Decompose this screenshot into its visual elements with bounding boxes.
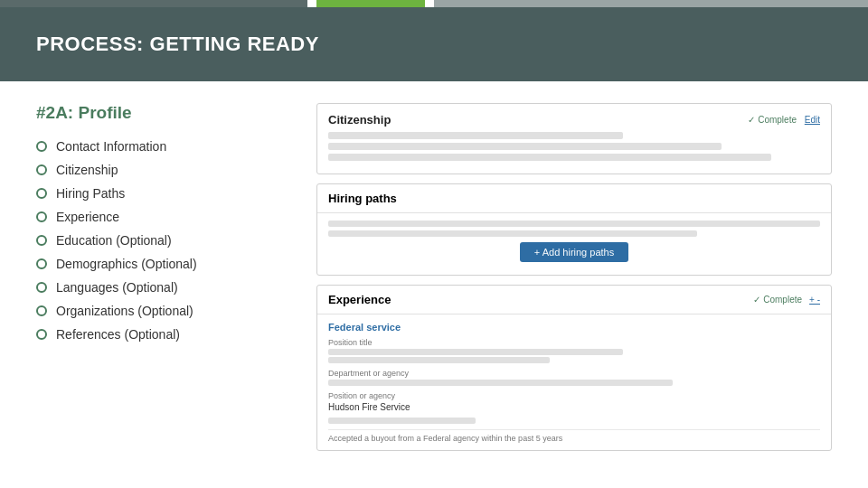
citizenship-status-badge: Complete Edit [748,115,820,125]
list-item-label: Demographics (Optional) [56,257,197,271]
list-item-label: Experience [56,210,119,224]
list-item-label: Citizenship [56,163,118,177]
hiring-paths-line-1 [328,221,820,227]
citizenship-line-3 [328,154,771,161]
left-panel: #2A: Profile Contact Information Citizen… [36,103,289,451]
list-item: Languages (Optional) [36,280,289,295]
citizenship-card-title: Citizenship [328,113,391,127]
list-item-label: Contact Information [56,139,166,154]
list-item: Citizenship [36,163,289,177]
right-panel: Citizenship Complete Edit Hiring paths + [316,103,832,451]
bullet-icon [36,282,47,293]
exp-entry-2: Department or agency [328,369,820,386]
list-item-label: Languages (Optional) [56,280,178,295]
accepted-note: Accepted a buyout from a Federal agency … [328,429,820,443]
list-item-label: Organizations (Optional) [56,304,193,318]
hiring-paths-body: + Add hiring paths [317,213,831,275]
top-bar-segment-1 [0,0,307,7]
experience-body: Federal service Position title Departmen… [317,314,831,450]
exp-entry-2-value [328,380,673,386]
main-content: #2A: Profile Contact Information Citizen… [0,81,868,473]
list-item: Contact Information [36,139,289,154]
bullet-icon [36,211,47,222]
list-item: Education (Optional) [36,233,289,248]
add-hiring-paths-button[interactable]: + Add hiring paths [520,242,628,262]
list-item: References (Optional) [36,327,289,342]
citizenship-edit-link[interactable]: Edit [805,115,820,125]
exp-entry-4 [328,418,820,424]
hiring-paths-line-2 [328,230,697,237]
list-item: Demographics (Optional) [36,257,289,271]
exp-entry-4-value [328,418,476,424]
profile-list: Contact Information Citizenship Hiring P… [36,139,289,342]
exp-entry-3-label: Position or agency [328,391,820,400]
top-bar [0,0,868,7]
list-item-label: References (Optional) [56,327,180,342]
bullet-icon [36,188,47,199]
hiring-paths-card-title: Hiring paths [317,184,831,213]
list-item: Organizations (Optional) [36,304,289,318]
experience-card: Experience Complete + - Federal service … [316,285,832,451]
citizenship-line-1 [328,132,623,139]
list-item: Hiring Paths [36,186,289,201]
exp-entry-1-value [328,349,623,355]
bullet-icon [36,141,47,152]
exp-entry-1-label: Position title [328,338,820,347]
experience-card-title: Experience [328,293,391,306]
list-item-label: Education (Optional) [56,233,172,248]
section-title: #2A: Profile [36,103,289,123]
exp-entry-1: Position title [328,338,820,363]
list-item: Experience [36,210,289,224]
exp-entry-3-value: Hudson Fire Service [328,402,820,412]
top-bar-segment-2 [316,0,425,7]
experience-subtitle: Federal service [328,322,820,333]
bullet-icon [36,164,47,175]
exp-entry-1-value-2 [328,357,550,363]
citizenship-line-2 [328,143,722,150]
experience-status-badge: Complete [753,295,802,305]
header: PROCESS: GETTING READY [0,7,868,81]
list-item-label: Hiring Paths [56,186,125,201]
exp-entry-2-label: Department or agency [328,369,820,378]
bullet-icon [36,235,47,246]
bullet-icon [36,329,47,340]
top-bar-segment-3 [434,0,868,7]
page-title: PROCESS: GETTING READY [36,33,832,56]
citizenship-card: Citizenship Complete Edit [316,103,832,174]
experience-edit-link[interactable]: + - [809,295,820,305]
exp-entry-3: Position or agency Hudson Fire Service [328,391,820,412]
experience-card-header: Experience Complete + - [317,286,831,314]
hiring-paths-card: Hiring paths + Add hiring paths [316,183,832,276]
bullet-icon [36,305,47,316]
bullet-icon [36,258,47,269]
citizenship-card-header: Citizenship Complete Edit [328,113,820,127]
